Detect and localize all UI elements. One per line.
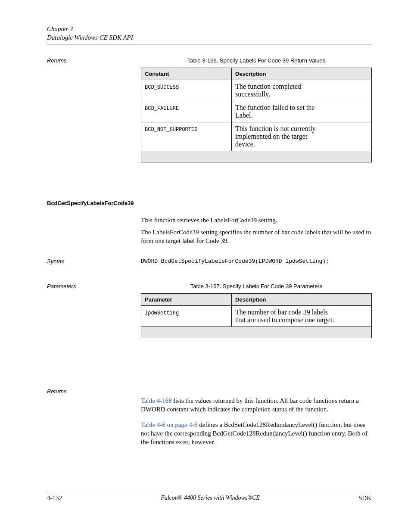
function-heading: BcdGetSpecifyLabelsForCode39 xyxy=(47,200,372,206)
desc-failure: The function failed to set the Label. xyxy=(232,101,372,122)
return-values-table: Constant Description BCD_SUCCESS The fun… xyxy=(141,68,372,162)
header-chapter: Chapter 4 xyxy=(47,25,371,33)
table-header-row: Constant Description xyxy=(141,68,372,80)
table-row: BCD_SUCCESS The function completed succe… xyxy=(141,80,372,101)
table-row: BCD_FAILURE The function failed to set t… xyxy=(141,101,372,122)
link-table-4-6[interactable]: Table 4-6 on page 4-6 xyxy=(141,421,197,428)
returns-label: Returns xyxy=(47,57,67,64)
header-subject: Datalogic Windows CE SDK API xyxy=(47,34,371,41)
function-description: This function retrieves the LabelsForCod… xyxy=(141,216,372,224)
footer-rule xyxy=(47,490,371,490)
footer-page-number: 4-132 xyxy=(47,495,62,502)
constant-success: BCD_SUCCESS xyxy=(145,84,179,90)
table-row: lpdwSetting The number of bar code 39 la… xyxy=(141,306,372,327)
parameters-label: Parameters xyxy=(47,283,76,289)
col-parameter: Parameter xyxy=(141,294,232,306)
footer-product: Falcon® 4400 Series with Windows®CE xyxy=(161,495,260,502)
page-footer: 4-132 Falcon® 4400 Series with Windows®C… xyxy=(47,490,371,502)
returns-section-2: Returns Table 4-168 lists the values ret… xyxy=(47,388,372,446)
table-footer-row xyxy=(141,151,372,162)
desc-success: The function completed successfully. xyxy=(232,80,372,101)
desc-notsupported: This function is not currently implement… xyxy=(232,122,372,151)
col-constant: Constant xyxy=(141,68,232,80)
constant-failure: BCD_FAILURE xyxy=(145,106,179,112)
param-lpdwsetting: lpdwSetting xyxy=(145,310,179,316)
syntax-label: Syntax xyxy=(47,258,64,264)
page-header: Chapter 4 Datalogic Windows CE SDK API xyxy=(47,25,371,44)
footer-doc-type: SDK xyxy=(358,495,371,502)
table-header-row: Parameter Description xyxy=(141,294,372,306)
returns-label-2: Returns xyxy=(47,388,372,395)
col-description: Description xyxy=(232,294,372,306)
table-footer-row xyxy=(141,327,372,338)
returns-para1: Table 4-168 lists the values returned by… xyxy=(141,396,372,414)
table-row: BCD_NOT_SUPPORTED This function is not c… xyxy=(141,122,372,151)
table-caption-return: Table 3-166. Specify Labels For Code 39 … xyxy=(141,57,372,64)
link-table-4-168[interactable]: Table 4-168 xyxy=(141,397,172,404)
function-description-2: The LabelsForCode39 setting specifies th… xyxy=(141,228,372,245)
header-rule xyxy=(47,44,372,44)
col-description: Description xyxy=(232,68,372,80)
syntax-code: DWORD BcdGetSpecifyLabelsForCode39(LPDWO… xyxy=(141,258,329,264)
parameters-table: Parameter Description lpdwSetting The nu… xyxy=(141,293,372,338)
param-desc: The number of bar code 39 labels that ar… xyxy=(232,306,372,327)
constant-notsupported: BCD_NOT_SUPPORTED xyxy=(145,127,197,133)
returns-section-1: Returns Table 3-166. Specify Labels For … xyxy=(47,57,372,162)
returns-para2: Table 4-6 on page 4-6 defines a BcdSetCo… xyxy=(141,420,372,446)
function-section: BcdGetSpecifyLabelsForCode39 This functi… xyxy=(47,200,372,338)
param-table-caption: Table 3-167. Specify Labels For Code 39 … xyxy=(141,283,372,289)
